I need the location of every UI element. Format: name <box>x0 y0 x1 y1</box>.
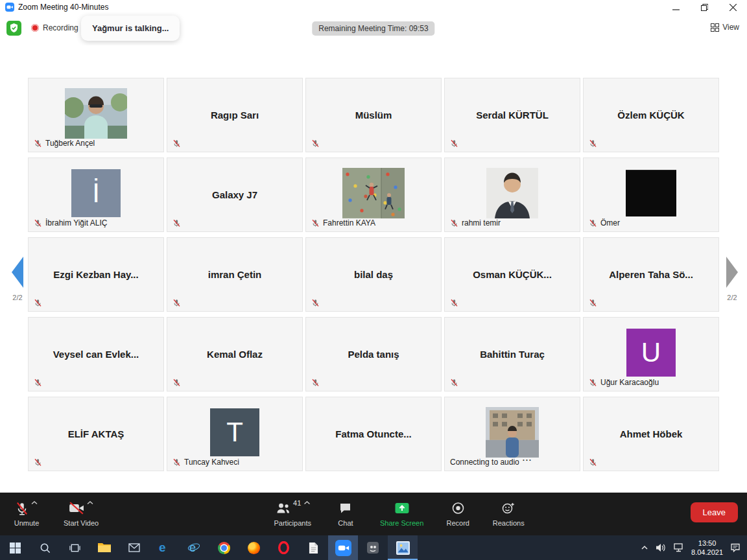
participant-tile[interactable]: Osman KÜÇÜK... <box>444 237 580 312</box>
leave-button[interactable]: Leave <box>691 502 738 522</box>
taskbar-opera-icon[interactable] <box>268 535 298 560</box>
participant-tile[interactable]: TTuncay Kahveci <box>167 397 303 471</box>
participant-tile[interactable]: bilal daş <box>305 237 442 312</box>
taskbar-zoom-icon[interactable] <box>328 535 358 560</box>
start-video-button[interactable]: Start Video <box>60 493 102 535</box>
next-page-button[interactable]: 2/2 <box>721 257 743 301</box>
taskbar-internet-explorer-icon[interactable]: e <box>179 535 209 560</box>
participant-tile[interactable]: Connecting to audio··· <box>444 397 580 471</box>
network-icon[interactable] <box>674 543 684 552</box>
participant-tile[interactable]: Kemal Oflaz <box>167 317 303 391</box>
participant-tile[interactable]: Galaxy J7 <box>167 158 303 232</box>
participant-name: Pelda tanış <box>306 318 441 391</box>
participant-tile[interactable]: Tuğberk Ançel <box>28 78 164 152</box>
record-button[interactable]: Record <box>438 493 478 535</box>
participant-video <box>486 167 538 218</box>
participant-tile[interactable]: Alperen Taha Sö... <box>583 237 719 312</box>
chat-button[interactable]: Chat <box>326 493 366 535</box>
participant-tile[interactable]: imran Çetin <box>167 237 303 312</box>
taskbar-mail-icon[interactable] <box>119 535 149 560</box>
participant-label: rahmi temir <box>450 218 501 228</box>
talking-toast: Yağmur is talking... <box>81 16 180 41</box>
taskbar-chrome-icon[interactable] <box>209 535 239 560</box>
meeting-topbar: Recording Yağmur is talking... Remaining… <box>0 14 747 45</box>
restore-button[interactable] <box>690 0 718 14</box>
share-screen-button[interactable]: Share Screen <box>376 493 427 535</box>
taskbar-search-icon[interactable] <box>30 535 60 560</box>
participant-tile[interactable]: Veysel can Evlek... <box>28 317 164 391</box>
avatar-letter: U <box>626 329 676 377</box>
page-indicator-right: 2/2 <box>721 294 743 301</box>
participant-name: Veysel can Evlek... <box>29 318 163 391</box>
participants-button[interactable]: 41 Participants <box>270 493 315 535</box>
participant-tile[interactable]: İİbrahim Yiğit ALIÇ <box>28 158 164 232</box>
participant-label <box>589 299 597 307</box>
share-screen-icon <box>394 502 409 515</box>
taskbar-edge-icon[interactable]: e <box>149 535 179 560</box>
zoom-window: Zoom Meeting 40-Minutes Recording Yağmur… <box>0 0 747 560</box>
taskbar-graphics-app-icon[interactable] <box>358 535 388 560</box>
participant-tile[interactable]: Ezgi Kezban Hay... <box>28 237 164 312</box>
muted-mic-icon <box>172 219 181 228</box>
previous-page-button[interactable]: 2/2 <box>6 257 29 301</box>
participant-tile[interactable]: ELİF AKTAŞ <box>28 397 164 471</box>
window-controls <box>661 0 747 14</box>
grid-view-icon <box>711 23 719 32</box>
participant-label <box>589 458 597 467</box>
video-options-chevron[interactable] <box>87 500 93 506</box>
hidden-icons-chevron-icon[interactable] <box>641 544 648 551</box>
unmute-button[interactable]: Unmute <box>6 493 47 535</box>
reactions-button[interactable]: Reactions <box>488 493 528 535</box>
minimize-button[interactable] <box>661 0 690 14</box>
participant-label <box>589 139 597 148</box>
taskbar-document-icon[interactable] <box>298 535 328 560</box>
audio-options-chevron[interactable] <box>31 500 38 506</box>
muted-mic-icon <box>311 219 320 228</box>
tile-menu-icon[interactable]: ··· <box>523 456 532 465</box>
muted-mic-icon <box>34 299 42 307</box>
muted-mic-icon <box>589 299 597 307</box>
taskbar-firefox-icon[interactable] <box>239 535 268 560</box>
participant-tile[interactable]: UUğur Karacaoğlu <box>583 317 719 391</box>
encryption-shield-icon[interactable] <box>6 21 21 36</box>
participant-tile[interactable]: Serdal KÜRTÜL <box>444 78 580 152</box>
participant-name: Kemal Oflaz <box>167 318 302 391</box>
participant-tile[interactable]: Ömer <box>583 158 719 232</box>
participant-tile[interactable]: rahmi temir <box>444 158 580 232</box>
muted-mic-icon <box>172 299 181 307</box>
view-label: View <box>722 23 739 32</box>
taskbar-clock[interactable]: 13:50 8.04.2021 <box>691 539 723 557</box>
participant-tile[interactable]: Fatma Otuncte... <box>305 397 442 471</box>
participant-name: İbrahim Yiğit ALIÇ <box>45 218 107 228</box>
toolbar-center-group: 41 Participants Chat S <box>270 493 529 535</box>
close-button[interactable] <box>718 0 747 14</box>
participant-name: imran Çetin <box>167 238 302 311</box>
volume-icon[interactable] <box>656 543 667 552</box>
participants-label: Participants <box>274 519 311 527</box>
action-center-icon[interactable] <box>730 543 741 552</box>
participants-options-chevron[interactable] <box>303 500 310 506</box>
taskbar-start-icon[interactable] <box>0 535 30 560</box>
muted-mic-icon <box>589 139 597 148</box>
taskbar-photos-icon[interactable] <box>388 535 418 560</box>
participant-tile[interactable]: Ragıp Sarı <box>167 78 303 152</box>
muted-mic-icon <box>589 379 597 387</box>
view-button[interactable]: View <box>711 23 739 32</box>
participant-tile[interactable]: Fahrettin KAYA <box>305 158 442 232</box>
taskbar-file-explorer-icon[interactable] <box>89 535 119 560</box>
participant-tile[interactable]: Özlem KÜÇÜK <box>583 78 719 152</box>
participant-name: Özlem KÜÇÜK <box>584 78 718 152</box>
participant-tile[interactable]: Bahittin Turaç <box>444 317 580 391</box>
participant-tile[interactable]: Ahmet Höbek <box>583 397 719 471</box>
muted-mic-icon <box>172 379 181 387</box>
participant-tile[interactable]: Müslüm <box>305 78 442 152</box>
share-screen-label: Share Screen <box>380 519 423 527</box>
muted-mic-icon <box>311 379 320 387</box>
muted-camera-icon <box>69 502 84 515</box>
participant-label: İbrahim Yiğit ALIÇ <box>34 218 107 228</box>
participant-label <box>172 139 181 148</box>
chevron-left-icon <box>12 257 23 288</box>
muted-mic-icon <box>34 458 42 467</box>
participant-tile[interactable]: Pelda tanış <box>305 317 442 391</box>
taskbar-task-view-icon[interactable] <box>60 535 89 560</box>
